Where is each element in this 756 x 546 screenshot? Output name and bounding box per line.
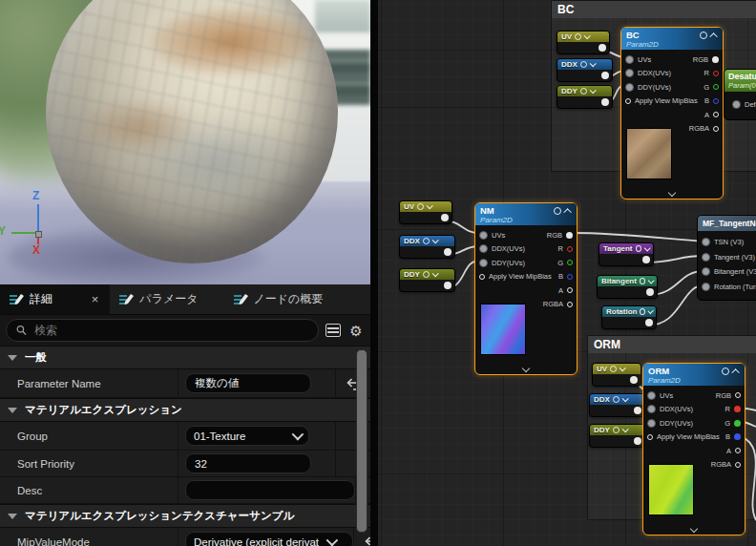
- input-pin-mipbias[interactable]: [647, 434, 653, 440]
- output-pin-a[interactable]: [735, 448, 741, 453]
- reroute-ddy-label: DDY: [404, 270, 420, 279]
- output-pin-rgba[interactable]: [735, 462, 741, 468]
- output-pin-g[interactable]: [713, 84, 719, 90]
- input-pin-mipbias[interactable]: [625, 98, 631, 104]
- reroute-ddy-orm[interactable]: DDY: [589, 424, 645, 448]
- reroute-dot-icon: [636, 245, 642, 252]
- output-pin[interactable]: [645, 319, 653, 326]
- input-pin-tangent[interactable]: [702, 253, 710, 262]
- reroute-uv-nm[interactable]: UV: [399, 200, 452, 224]
- output-pin[interactable]: [601, 98, 609, 106]
- input-pin-ddy[interactable]: [647, 419, 656, 428]
- reset-to-default-icon[interactable]: [364, 536, 370, 546]
- output-pin[interactable]: [642, 256, 650, 263]
- reroute-tangent[interactable]: Tangent: [598, 242, 654, 266]
- search-box[interactable]: [6, 319, 319, 342]
- output-pin[interactable]: [444, 282, 452, 289]
- output-pin-b[interactable]: [734, 433, 741, 440]
- reroute-ddy-bc[interactable]: DDY: [556, 85, 613, 109]
- input-pin-ddy[interactable]: [479, 259, 488, 267]
- section-texture-sample[interactable]: マテリアルエクスプレッションテクスチャーサンプル: [0, 504, 370, 528]
- expand-node-icon[interactable]: [690, 525, 698, 533]
- input-pin-ddx[interactable]: [647, 405, 656, 413]
- output-pin-b[interactable]: [713, 98, 719, 104]
- output-pin-a[interactable]: [567, 287, 573, 293]
- output-pin-rgba[interactable]: [567, 302, 573, 307]
- output-pin-r[interactable]: [713, 71, 719, 76]
- reroute-ddx-orm[interactable]: DDX: [589, 393, 645, 417]
- output-pin-g[interactable]: [567, 260, 573, 265]
- node-mf-tangentnormal[interactable]: MF_TangentNorm TSN (V3) Tangent (V3) Bit…: [697, 215, 756, 301]
- reroute-uv-bc[interactable]: UV: [556, 31, 610, 54]
- output-pin[interactable]: [634, 437, 641, 445]
- input-pin-uvs[interactable]: [625, 55, 634, 64]
- input-pin-uvs[interactable]: [647, 391, 656, 400]
- output-pin-b[interactable]: [567, 274, 573, 280]
- collapse-up-icon[interactable]: [731, 368, 739, 376]
- output-pin-r[interactable]: [734, 406, 741, 412]
- material-graph-canvas[interactable]: BC ORM UV: [378, 0, 756, 546]
- reroute-bitangent[interactable]: Bitangent: [597, 275, 658, 299]
- expand-node-icon[interactable]: [522, 365, 530, 372]
- tab-node-overview[interactable]: ノードの概要: [224, 284, 370, 314]
- preview-toggle-icon[interactable]: [722, 368, 729, 375]
- expand-node-icon[interactable]: [668, 189, 676, 197]
- panel-divider[interactable]: [370, 0, 378, 546]
- section-material-expression[interactable]: マテリアルエクスプレッション: [0, 398, 370, 422]
- input-pin-uvs[interactable]: [479, 231, 488, 240]
- reroute-uv-orm[interactable]: UV: [592, 363, 641, 387]
- input-pin-default[interactable]: [732, 100, 741, 109]
- output-pin[interactable]: [601, 72, 609, 79]
- output-pin[interactable]: [444, 248, 452, 256]
- mip-value-mode-dropdown[interactable]: Derivative (explicit derivat: [185, 532, 353, 546]
- output-pin[interactable]: [634, 407, 641, 414]
- output-pin[interactable]: [630, 376, 638, 384]
- node-nm-texture-param[interactable]: NM Param2D UVs DDX(UVs) DDY(UVs) Apply V…: [474, 202, 578, 375]
- preview-toggle-icon[interactable]: [700, 32, 707, 39]
- input-pin-rotation[interactable]: [702, 283, 710, 291]
- preview-toggle-icon[interactable]: [554, 207, 561, 215]
- output-pin-r[interactable]: [567, 246, 573, 252]
- output-pin[interactable]: [598, 44, 606, 52]
- reroute-ddx-nm[interactable]: DDX: [399, 235, 455, 259]
- comment-bc-title[interactable]: BC: [552, 1, 756, 18]
- tab-close-icon[interactable]: ×: [90, 292, 101, 306]
- collapse-up-icon[interactable]: [563, 208, 571, 216]
- group-dropdown[interactable]: 01-Texture: [185, 426, 309, 446]
- node-desaturation-param[interactable]: Desatu Param(0 Defaul: [724, 69, 756, 120]
- input-pin-mipbias[interactable]: [479, 274, 485, 280]
- reroute-rotation[interactable]: Rotation: [601, 305, 657, 329]
- section-general[interactable]: 一般: [0, 346, 370, 369]
- input-pin-ddy[interactable]: [625, 83, 634, 92]
- comment-orm-title[interactable]: ORM: [588, 336, 756, 353]
- output-pin-a[interactable]: [713, 112, 719, 117]
- column-view-button[interactable]: [325, 323, 342, 338]
- reroute-ddy-nm[interactable]: DDY: [399, 268, 455, 292]
- output-pin-rgba[interactable]: [713, 126, 719, 132]
- tab-details[interactable]: 詳細 ×: [0, 284, 110, 314]
- node-bc-texture-param[interactable]: BC Param2D UVs DDX(UVs) DDY(UVs) Apply V…: [620, 27, 724, 200]
- output-pin-rgb[interactable]: [735, 392, 741, 398]
- parameter-name-field[interactable]: 複数の値: [185, 373, 311, 393]
- sort-priority-field[interactable]: 32: [185, 453, 311, 473]
- desc-field[interactable]: [185, 480, 355, 500]
- search-input[interactable]: [32, 323, 308, 338]
- output-pin[interactable]: [441, 214, 449, 221]
- output-pin[interactable]: [646, 288, 654, 296]
- output-pin-rgb[interactable]: [712, 56, 719, 63]
- input-pin-tsn[interactable]: [702, 238, 710, 246]
- input-pin-ddx[interactable]: [479, 244, 488, 253]
- reroute-dot-icon: [610, 366, 617, 372]
- reroute-ddx-bc[interactable]: DDX: [556, 58, 613, 82]
- collapse-up-icon[interactable]: [709, 32, 717, 40]
- tab-parameters[interactable]: パラメータ: [110, 284, 223, 314]
- input-pin-ddx[interactable]: [625, 69, 634, 77]
- input-pin-bitangent[interactable]: [702, 267, 710, 276]
- output-pin-rgb[interactable]: [566, 232, 573, 239]
- section-material-expression-label: マテリアルエクスプレッション: [25, 403, 182, 417]
- node-orm-texture-param[interactable]: ORM Param2D UVs DDX(UVs) DDY(UVs) Apply …: [642, 363, 746, 536]
- output-pin-g[interactable]: [734, 420, 741, 427]
- details-scrollbar[interactable]: [356, 349, 368, 533]
- material-preview-viewport[interactable]: Z Y X: [0, 0, 370, 284]
- settings-gear-button[interactable]: ⚙: [347, 323, 365, 338]
